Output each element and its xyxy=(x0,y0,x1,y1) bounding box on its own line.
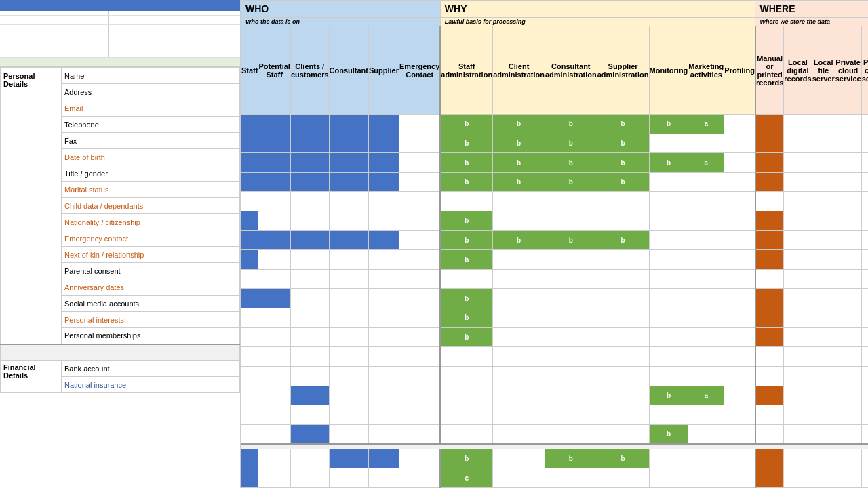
matrix-data-row xyxy=(241,269,869,289)
col-supplier-admin: Supplier administration xyxy=(597,26,649,115)
item-title-gender: Title / gender xyxy=(62,165,240,182)
matrix-data-row xyxy=(241,347,869,367)
item-fax: Fax xyxy=(62,133,240,149)
category-personal: Personal Details xyxy=(1,68,62,344)
matrix-data-row: bX∞ xyxy=(241,211,869,231)
col-private-cloud: Private cloud service xyxy=(835,26,861,115)
item-email: Email xyxy=(62,100,240,117)
section-divider-row xyxy=(241,444,869,449)
col-staff-admin: Staff administration xyxy=(440,26,492,115)
date-label xyxy=(0,11,108,15)
why-header: WHY xyxy=(440,1,755,18)
matrix-data-row: bbbbbaXX∞1331X xyxy=(241,153,869,173)
matrix-data-row: bbbbbaXX∞1331X xyxy=(241,115,869,134)
col-marketing: Marketing activities xyxy=(688,26,724,115)
table-row: Financial Details Bank account xyxy=(1,361,240,377)
col-client-admin: Client administration xyxy=(493,26,545,115)
matrix-data-row xyxy=(241,405,869,425)
matrix-data-row: cX∞∞ xyxy=(241,468,869,488)
col-staff: Staff xyxy=(241,26,258,115)
item-national-insurance: National insurance xyxy=(62,377,240,393)
item-dob: Date of birth xyxy=(62,149,240,165)
what-section xyxy=(0,58,240,67)
matrix-data-row: bbbbXX∞1331X xyxy=(241,230,869,250)
item-anniversary: Anniversary dates xyxy=(62,279,240,296)
item-next-of-kin: Next of kin / relationship xyxy=(62,247,240,263)
matrix-data-row: bX∞ xyxy=(241,327,869,347)
group-title-row: WHO WHY WHERE WHEN HOW ACCESS xyxy=(241,1,869,18)
col-potential-staff: Potential Staff xyxy=(258,26,290,115)
item-social-media: Social media accounts xyxy=(62,296,240,312)
item-name: Name xyxy=(62,68,240,84)
company-label xyxy=(0,16,108,20)
item-interests: Personal interests xyxy=(62,312,240,328)
matrix-data-row: baX∞ xyxy=(241,386,869,405)
col-consultant-admin: Consultant administration xyxy=(545,26,597,115)
matrix-data-row: bX∞ xyxy=(241,289,869,308)
meta-section xyxy=(0,11,240,58)
where-sub: Where we store the data xyxy=(755,18,868,26)
group-subtitle-row: Who the data is on Lawful basis for proc… xyxy=(241,18,869,26)
matrix-data-row xyxy=(241,366,869,386)
category-financial: Financial Details xyxy=(1,361,62,393)
item-parental: Parental consent xyxy=(62,263,240,279)
matrix-data-row xyxy=(241,192,869,211)
company-value[interactable] xyxy=(108,16,240,20)
matrix-table: WHO WHY WHERE WHEN HOW ACCESS Who the da… xyxy=(241,0,868,488)
dpia-label xyxy=(0,25,108,57)
completed-by-label xyxy=(0,20,108,24)
col-consultant: Consultant xyxy=(329,26,368,115)
date-value[interactable] xyxy=(108,11,240,15)
item-address: Address xyxy=(62,84,240,100)
data-rows-table: Personal Details Name Address Email Tele… xyxy=(0,67,240,393)
col-supplier: Supplier xyxy=(369,26,399,115)
item-child: Child data / dependants xyxy=(62,198,240,214)
col-headers-row: Staff Potential Staff Clients / customer… xyxy=(241,26,869,115)
item-emergency: Emergency contact xyxy=(62,230,240,247)
matrix-body: bbbbbaXX∞1331XbbbbXX∞1331XbbbbbaXX∞1331X… xyxy=(241,115,869,488)
where-header: WHERE xyxy=(755,1,868,18)
item-marital: Marital status xyxy=(62,182,240,198)
col-manual: Manual or printed records xyxy=(755,26,784,115)
matrix-data-row: bX∞ xyxy=(241,250,869,270)
matrix-data-row: bbbbXX∞1331X xyxy=(241,172,869,192)
col-public-cloud: Public cloud service xyxy=(861,26,868,115)
left-panel: Personal Details Name Address Email Tele… xyxy=(0,0,241,488)
why-sub: Lawful basis for processing xyxy=(440,18,755,26)
col-clients: Clients / customers xyxy=(290,26,329,115)
matrix-data-row: bX∞ xyxy=(241,308,869,328)
col-monitoring: Monitoring xyxy=(649,26,688,115)
matrix-data-row: bbbX∞33 xyxy=(241,449,869,468)
who-sub: Who the data is on xyxy=(241,18,441,26)
matrix-data-row: bX∞ xyxy=(241,424,869,444)
dpia-value[interactable] xyxy=(108,25,240,57)
main-container: Personal Details Name Address Email Tele… xyxy=(0,0,868,488)
col-local-digital: Local digital records xyxy=(784,26,812,115)
col-profiling: Profiling xyxy=(724,26,755,115)
who-header: WHO xyxy=(241,1,441,18)
item-memberships: Personal memberships xyxy=(62,328,240,344)
col-emergency: Emergency Contact xyxy=(399,26,441,115)
table-row: Personal Details Name xyxy=(1,68,240,84)
completed-by-value[interactable] xyxy=(108,20,240,24)
divider-row xyxy=(1,344,240,361)
col-local-file: Local file server xyxy=(812,26,835,115)
gdpr-title xyxy=(0,0,240,11)
item-telephone: Telephone xyxy=(62,117,240,133)
item-nationality: Nationality / citizenship xyxy=(62,214,240,230)
matrix-area[interactable]: WHO WHY WHERE WHEN HOW ACCESS Who the da… xyxy=(241,0,868,488)
matrix-data-row: bbbbXX∞1331X xyxy=(241,134,869,153)
item-bank: Bank account xyxy=(62,361,240,377)
